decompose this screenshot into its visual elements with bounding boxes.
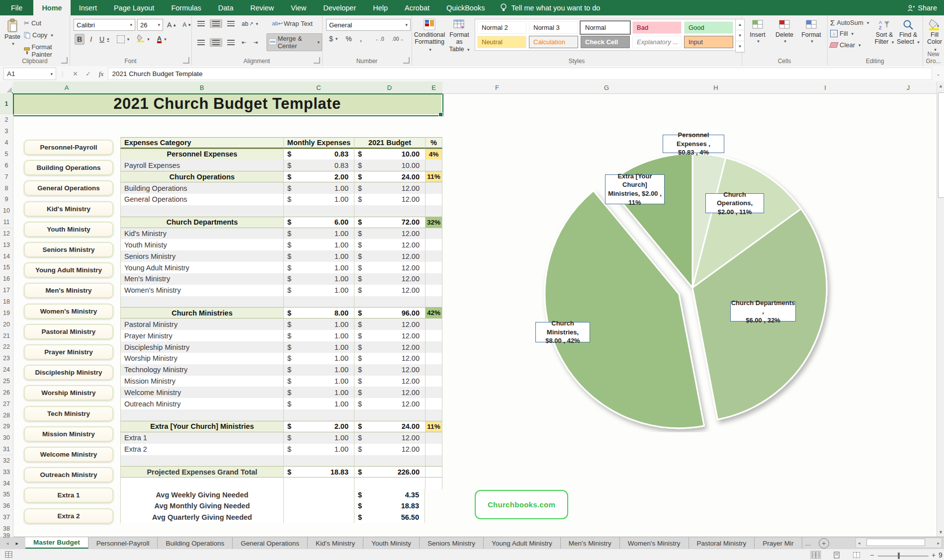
style-calculation[interactable]: Calculation [529, 36, 578, 48]
row-header-12[interactable]: 12 [0, 228, 13, 240]
clipboard-dialog-launcher[interactable] [61, 57, 68, 64]
increase-indent-button[interactable]: ⇥ [251, 38, 259, 47]
column-header-j[interactable]: J [880, 81, 937, 94]
name-box[interactable]: A1▾ [3, 68, 56, 80]
sheet-tab-master-budget[interactable]: Master Budget [25, 537, 88, 549]
style-normal[interactable]: Normal [581, 21, 630, 34]
churchbooks-link-button[interactable]: Churchbooks.com [475, 490, 568, 519]
top-align-button[interactable] [195, 20, 207, 27]
align-left-button[interactable] [195, 39, 207, 46]
italic-button[interactable]: I [88, 34, 94, 44]
row-header-10[interactable]: 10 [0, 205, 13, 217]
nav-button-youth-ministy[interactable]: Youth Ministy [24, 222, 113, 237]
sheet-tab-general-operations[interactable]: General Operations [233, 537, 308, 549]
format-button[interactable]: Format▾ [798, 19, 824, 44]
font-color-button[interactable]: A▾ [155, 34, 169, 44]
percent-style-button[interactable]: % [343, 34, 353, 44]
row-header-1[interactable]: 1 [0, 93, 14, 115]
ribbon-tab-view[interactable]: View [282, 0, 315, 15]
nav-button-general-operations[interactable]: General Operations [24, 180, 113, 196]
comma-style-button[interactable]: , [358, 33, 364, 44]
ribbon-tab-review[interactable]: Review [242, 0, 282, 15]
ribbon-tab-file[interactable]: File [0, 0, 33, 15]
bottom-align-button[interactable] [225, 20, 237, 27]
next-sheet-icon[interactable]: ▸ [16, 540, 19, 547]
page-layout-view-button[interactable] [831, 551, 842, 559]
orientation-button[interactable]: ab↗▾ [240, 19, 260, 28]
insert-function-button[interactable]: fx [95, 70, 108, 78]
nav-button-extra-2[interactable]: Extra 2 [24, 508, 113, 524]
scroll-up-icon[interactable]: ▲ [937, 83, 944, 88]
row-header-32[interactable]: 32 [0, 455, 13, 467]
row-header-20[interactable]: 20 [0, 319, 13, 330]
clear-button[interactable]: Clear▾ [830, 41, 861, 49]
number-format-select[interactable]: General▾ [326, 19, 411, 31]
sheet-tab-men-s-ministry[interactable]: Men's Ministry [561, 537, 620, 549]
conditional-formatting-button[interactable]: ConditionalFormatting ▾ [415, 18, 444, 53]
nav-button-kid-s-ministry[interactable]: Kid's Ministry [24, 201, 113, 217]
row-header-11[interactable]: 11 [0, 217, 13, 229]
formula-input[interactable]: 2021 Church Budget Template [108, 68, 933, 80]
title-cell[interactable]: 2021 Church Budget Template [13, 93, 441, 114]
copy-button[interactable]: Copy▾ [24, 31, 53, 39]
row-header-8[interactable]: 8 [0, 182, 13, 194]
fill-color-button[interactable]: ▾ [135, 33, 152, 45]
formula-bar-expand-icon[interactable]: ⌄ [936, 72, 940, 77]
insert-button[interactable]: Insert▾ [745, 19, 771, 44]
row-header-24[interactable]: 24 [0, 364, 13, 376]
sheet-tab-women-s-ministry[interactable]: Women's Ministry [620, 537, 689, 549]
cut-button[interactable]: ✂Cut [24, 19, 41, 27]
alignment-dialog-launcher[interactable] [314, 57, 320, 64]
sheet-tab-building-operations[interactable]: Building Operations [158, 537, 233, 549]
autosum-button[interactable]: ΣAutoSum▾ [830, 18, 869, 27]
ribbon-tab-home[interactable]: Home [33, 0, 70, 15]
ribbon-tab-quickbooks[interactable]: QuickBooks [438, 0, 493, 15]
style-input[interactable]: Input [684, 36, 733, 48]
nav-button-young-adult-ministry[interactable]: Young Adult Ministry [24, 262, 113, 278]
zoom-out-button[interactable]: − [870, 551, 874, 559]
row-header-29[interactable]: 29 [0, 421, 13, 433]
style-normal-3[interactable]: Normal 3 [529, 21, 578, 34]
horizontal-scroll-thumb[interactable] [866, 539, 925, 546]
nav-button-personnel-payroll[interactable]: Personnel-Payroll [24, 140, 113, 155]
row-header-23[interactable]: 23 [0, 353, 13, 365]
fill-button[interactable]: ↓Fill▾ [830, 30, 854, 37]
font-dialog-launcher[interactable] [183, 57, 189, 64]
normal-view-button[interactable] [810, 551, 821, 559]
row-header-30[interactable]: 30 [0, 432, 13, 444]
scroll-right-icon[interactable]: ▸ [937, 541, 942, 546]
increase-font-button[interactable]: A▲ [165, 20, 178, 30]
style-bad[interactable]: Bad [632, 21, 682, 34]
align-right-button[interactable] [225, 39, 237, 46]
style-neutral[interactable]: Neutral [477, 36, 526, 48]
macro-record-icon[interactable] [5, 551, 13, 559]
row-header-7[interactable]: 7 [0, 171, 13, 183]
row-header-37[interactable]: 37 [0, 512, 13, 524]
row-header-2[interactable]: 2 [0, 114, 13, 126]
pie-label-church-departments[interactable]: Church Departments ,$6.00 , 32% [730, 302, 796, 321]
ribbon-tab-page-layout[interactable]: Page Layout [105, 0, 163, 15]
sheet-tab-personnel-payroll[interactable]: Personnel-Payroll [88, 537, 158, 549]
column-header-h[interactable]: H [661, 81, 771, 94]
nav-button-seniors-ministry[interactable]: Seniors Ministry [24, 242, 113, 257]
row-header-19[interactable]: 19 [0, 307, 13, 319]
nav-button-outreach-ministry[interactable]: Outreach Ministry [24, 467, 113, 482]
sheet-tab-kid-s-ministry[interactable]: Kid's Ministry [308, 537, 363, 549]
pie-label-extra-your-church-ministries[interactable]: Extra [Your Church]Ministries, $2.00 ,11… [605, 174, 665, 204]
ribbon-tab-insert[interactable]: Insert [71, 0, 105, 15]
pie-label-church-operations[interactable]: Church Operations,$2.00 , 11% [705, 193, 764, 213]
scroll-down-icon[interactable]: ▼ [937, 530, 944, 535]
row-header-9[interactable]: 9 [0, 194, 13, 206]
column-header-e[interactable]: E [425, 81, 443, 94]
row-header-17[interactable]: 17 [0, 285, 13, 297]
sort-filter-button[interactable]: AZ Sort &Filter ▾ [873, 19, 896, 46]
merge-center-button[interactable]: Merge & Center▾ [266, 33, 322, 51]
column-header-d[interactable]: D [354, 81, 426, 94]
page-break-view-button[interactable] [851, 551, 862, 559]
prev-sheet-icon[interactable]: ◂ [6, 540, 9, 547]
bold-button[interactable]: B [75, 34, 85, 45]
sheet-tab-youth-ministy[interactable]: Youth Ministy [363, 537, 420, 549]
decrease-decimal-button[interactable]: .00→ [390, 35, 406, 43]
sheet-tab-young-adult-ministry[interactable]: Young Adult Ministry [484, 537, 561, 549]
row-header-4[interactable]: 4 [0, 137, 13, 149]
